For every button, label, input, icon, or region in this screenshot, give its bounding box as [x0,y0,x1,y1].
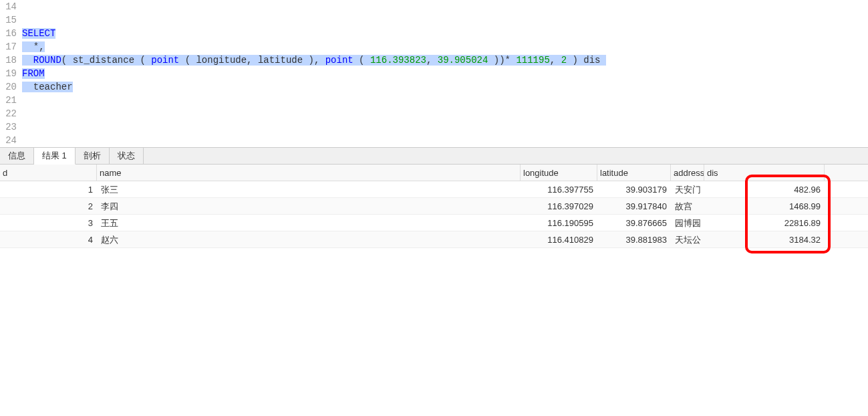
cell-id[interactable]: 3 [0,215,97,231]
line-content[interactable] [22,94,868,107]
cell-dis[interactable]: 482.96 [704,181,825,197]
line-content[interactable] [22,13,868,27]
sql-editor[interactable]: 141516SELECT17 *,18 ROUND( st_distance (… [0,0,868,147]
line-number: 14 [0,0,22,13]
code-line[interactable]: 22 [0,107,868,120]
cell-address[interactable]: 故宫 [671,198,704,214]
code-line[interactable]: 17 *, [0,40,868,54]
col-header-name[interactable]: name [97,165,521,181]
cell-latitude[interactable]: 39.903179 [597,181,671,197]
cell-id[interactable]: 1 [0,181,97,197]
table-row[interactable]: 2李四116.39702939.917840故宫1468.99 [0,198,868,215]
code-line[interactable]: 16SELECT [0,27,868,40]
code-line[interactable]: 23 [0,120,868,134]
line-number: 23 [0,120,22,134]
col-header-latitude[interactable]: latitude [597,165,671,181]
cell-name[interactable]: 张三 [97,181,521,197]
cell-longitude[interactable]: 116.397029 [521,198,597,214]
tab-result1[interactable]: 结果 1 [34,148,76,165]
results-grid[interactable]: d name longitude latitude address dis 1张… [0,165,868,248]
cell-longitude[interactable]: 116.397755 [521,181,597,197]
tab-status[interactable]: 状态 [110,148,144,164]
line-number: 21 [0,94,22,107]
line-content[interactable] [22,120,868,134]
code-line[interactable]: 15 [0,13,868,27]
line-number: 22 [0,107,22,120]
line-number: 17 [0,40,22,54]
col-header-dis[interactable]: dis [704,165,825,181]
code-line[interactable]: 24 [0,134,868,147]
cell-dis[interactable]: 22816.89 [704,215,825,231]
line-content[interactable] [22,0,868,13]
code-line[interactable]: 14 [0,0,868,13]
cell-dis[interactable]: 3184.32 [704,231,825,247]
cell-name[interactable]: 王五 [97,215,521,231]
cell-dis[interactable]: 1468.99 [704,198,825,214]
cell-address[interactable]: 天坛公 [671,231,704,247]
col-header-id[interactable]: d [0,165,97,181]
line-content[interactable] [22,134,868,147]
cell-latitude[interactable]: 39.917840 [597,198,671,214]
cell-longitude[interactable]: 116.410829 [521,231,597,247]
table-row[interactable]: 3王五116.19059539.876665园博园22816.89 [0,215,868,231]
cell-name[interactable]: 李四 [97,198,521,214]
table-row[interactable]: 4赵六116.41082939.881983天坛公3184.32 [0,231,868,248]
line-number: 19 [0,67,22,80]
line-content[interactable]: ROUND( st_distance ( point ( longitude, … [22,54,868,67]
line-content[interactable]: *, [22,40,868,54]
code-line[interactable]: 19FROM [0,67,868,80]
results-tabs: 信息 结果 1 剖析 状态 [0,147,868,165]
cell-id[interactable]: 2 [0,198,97,214]
code-line[interactable]: 20 teacher [0,80,868,94]
table-row[interactable]: 1张三116.39775539.903179天安门482.96 [0,181,868,198]
tab-profile[interactable]: 剖析 [76,148,110,164]
col-header-address[interactable]: address [671,165,704,181]
results-header-row: d name longitude latitude address dis [0,165,868,181]
line-content[interactable]: FROM [22,67,868,80]
line-number: 24 [0,134,22,147]
tab-info[interactable]: 信息 [0,148,34,164]
cell-name[interactable]: 赵六 [97,231,521,247]
cell-address[interactable]: 天安门 [671,181,704,197]
code-line[interactable]: 21 [0,94,868,107]
line-number: 18 [0,54,22,67]
cell-longitude[interactable]: 116.190595 [521,215,597,231]
line-number: 16 [0,27,22,40]
results-body: 1张三116.39775539.903179天安门482.962李四116.39… [0,181,868,248]
line-content[interactable] [22,107,868,120]
line-number: 20 [0,80,22,94]
cell-id[interactable]: 4 [0,231,97,247]
cell-latitude[interactable]: 39.881983 [597,231,671,247]
code-line[interactable]: 18 ROUND( st_distance ( point ( longitud… [0,54,868,67]
col-header-longitude[interactable]: longitude [521,165,597,181]
line-content[interactable]: teacher [22,80,868,94]
cell-address[interactable]: 园博园 [671,215,704,231]
line-content[interactable]: SELECT [22,27,868,40]
cell-latitude[interactable]: 39.876665 [597,215,671,231]
line-number: 15 [0,13,22,27]
